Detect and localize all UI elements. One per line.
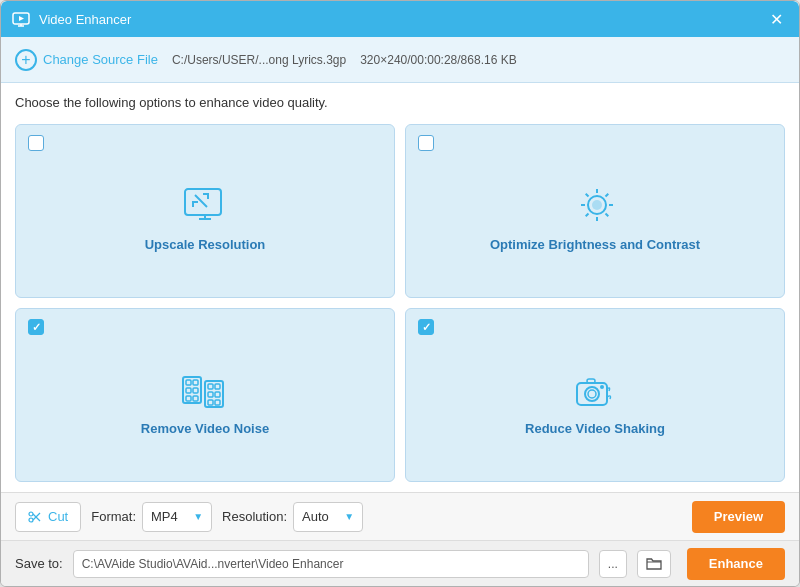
resolution-group: Resolution: Auto ▼ [222,502,363,532]
options-grid: Upscale Resolution [15,124,785,482]
scissors-icon [28,510,42,524]
source-file-path: C:/Users/USER/...ong Lyrics.3gp [172,53,346,67]
svg-point-36 [600,385,604,389]
app-icon [11,9,31,29]
preview-button[interactable]: Preview [692,501,785,533]
svg-rect-31 [215,400,220,405]
open-folder-button[interactable] [637,550,671,578]
svg-line-40 [33,513,40,520]
source-bar: + Change Source File C:/Users/USER/...on… [1,37,799,83]
app-window: Video Enhancer ✕ + Change Source File C:… [0,0,800,587]
sun-icon [569,185,621,229]
footer-bar: Save to: C:\AVAide Studio\AVAid...nverte… [1,540,799,586]
resolution-dropdown[interactable]: Auto ▼ [293,502,363,532]
svg-rect-27 [208,392,213,397]
enhance-button[interactable]: Enhance [687,548,785,580]
svg-point-38 [29,518,33,522]
option-upscale[interactable]: Upscale Resolution [15,124,395,298]
change-source-button[interactable]: + Change Source File [15,49,158,71]
option-brightness[interactable]: Optimize Brightness and Contrast [405,124,785,298]
format-dropdown-arrow: ▼ [193,511,203,522]
svg-line-13 [586,193,589,196]
checkbox-noise[interactable] [28,319,44,335]
svg-rect-28 [208,400,213,405]
camera-icon [569,369,621,413]
format-group: Format: MP4 ▼ [91,502,212,532]
resolution-label: Resolution: [222,509,287,524]
plus-circle-icon: + [15,49,37,71]
bottom-toolbar: Cut Format: MP4 ▼ Resolution: Auto ▼ Pre… [1,492,799,540]
svg-rect-20 [186,388,191,393]
svg-point-33 [585,387,599,401]
svg-rect-24 [193,396,198,401]
checkbox-upscale[interactable] [28,135,44,151]
svg-rect-19 [186,380,191,385]
svg-line-15 [606,193,609,196]
title-bar: Video Enhancer ✕ [1,1,799,37]
format-label: Format: [91,509,136,524]
svg-line-39 [33,514,40,521]
monitor-icon [179,185,231,229]
main-content: Choose the following options to enhance … [1,83,799,492]
option-upscale-label: Upscale Resolution [145,237,266,252]
checkbox-shaking[interactable] [418,319,434,335]
app-title: Video Enhancer [39,12,764,27]
svg-rect-23 [193,388,198,393]
svg-marker-3 [19,16,24,21]
browse-button[interactable]: ... [599,550,627,578]
folder-icon [646,556,662,572]
checkbox-brightness[interactable] [418,135,434,151]
option-shaking-label: Reduce Video Shaking [525,421,665,436]
option-brightness-label: Optimize Brightness and Contrast [490,237,700,252]
svg-rect-29 [215,384,220,389]
svg-point-17 [592,200,602,210]
format-dropdown[interactable]: MP4 ▼ [142,502,212,532]
svg-line-14 [606,213,609,216]
film-icon [179,369,231,413]
svg-point-37 [29,512,33,516]
svg-rect-35 [587,379,595,383]
resolution-dropdown-arrow: ▼ [344,511,354,522]
option-noise[interactable]: Remove Video Noise [15,308,395,482]
option-noise-label: Remove Video Noise [141,421,269,436]
source-file-info: 320×240/00:00:28/868.16 KB [360,53,516,67]
instruction-text: Choose the following options to enhance … [15,95,785,110]
close-button[interactable]: ✕ [764,8,789,31]
save-to-label: Save to: [15,556,63,571]
save-path: C:\AVAide Studio\AVAid...nverter\Video E… [73,550,589,578]
svg-rect-30 [215,392,220,397]
svg-point-34 [588,390,596,398]
svg-rect-22 [193,380,198,385]
svg-rect-26 [208,384,213,389]
option-shaking[interactable]: Reduce Video Shaking [405,308,785,482]
svg-line-16 [586,213,589,216]
cut-button[interactable]: Cut [15,502,81,532]
svg-rect-21 [186,396,191,401]
